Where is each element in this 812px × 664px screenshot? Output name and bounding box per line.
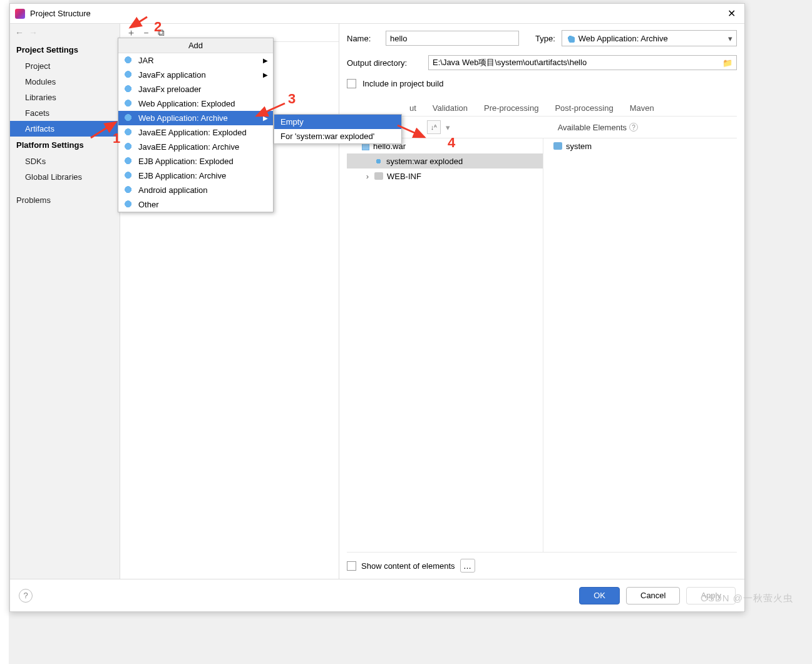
sidebar-item-artifacts[interactable]: Artifacts	[10, 121, 120, 137]
background-editor-strip	[0, 0, 9, 664]
ok-button[interactable]: OK	[579, 587, 620, 604]
close-icon[interactable]: ✕	[724, 8, 739, 19]
menu-item-label: Other	[138, 200, 159, 209]
artifact-type-icon	[125, 200, 133, 209]
add-menu-item[interactable]: JavaFx preloader	[118, 82, 273, 96]
sidebar-section-platform: Platform Settings	[10, 137, 120, 153]
artifact-type-icon	[125, 114, 133, 123]
add-menu-item[interactable]: Web Application: Archive▶	[118, 111, 273, 125]
type-label: Type:	[535, 34, 555, 43]
artifact-icon	[374, 157, 383, 165]
add-artifact-menu: Add JAR▶JavaFx application▶JavaFx preloa…	[118, 38, 274, 212]
sidebar-item-project[interactable]: Project	[10, 58, 120, 74]
more-button[interactable]: …	[460, 559, 475, 573]
back-icon[interactable]: ←	[15, 28, 24, 38]
add-button[interactable]: ＋	[125, 27, 136, 38]
tab-maven[interactable]: Maven	[630, 101, 654, 115]
module-folder-icon	[553, 142, 562, 150]
artifact-editor: Name: Type: Web Application: Archive ▾ O…	[339, 24, 744, 579]
include-build-checkbox[interactable]	[347, 79, 356, 88]
tree-label: system:war exploded	[386, 157, 463, 166]
tab-postprocessing[interactable]: Post-processing	[555, 101, 613, 115]
submenu-item[interactable]: Empty	[274, 115, 401, 129]
artifact-type-icon	[125, 128, 133, 137]
folder-browse-icon[interactable]: 📁	[722, 58, 732, 68]
submenu-item[interactable]: For 'system:war exploded'	[274, 129, 401, 143]
expand-icon[interactable]: ›	[364, 172, 371, 181]
sidebar-item-global-libraries[interactable]: Global Libraries	[10, 169, 120, 185]
intellij-logo-icon	[15, 9, 25, 19]
output-dir-value: E:\Java Web项目\system\out\artifacts\hello	[433, 57, 587, 68]
window-title: Project Structure	[30, 9, 724, 18]
sidebar: ← → Project Settings Project Modules Lib…	[10, 24, 120, 579]
output-layout-tree[interactable]: hello.war system:war exploded › WEB-INF	[347, 138, 543, 552]
sort-chevron-icon[interactable]: ▾	[446, 123, 450, 132]
remove-button[interactable]: －	[140, 27, 152, 38]
sidebar-item-modules[interactable]: Modules	[10, 74, 120, 90]
tab-preprocessing[interactable]: Pre-processing	[484, 101, 538, 115]
sort-button[interactable]: ↓ᴬ	[427, 120, 441, 134]
add-menu-item[interactable]: Android application	[118, 183, 273, 197]
menu-item-label: EJB Application: Archive	[138, 171, 226, 180]
submenu-arrow-icon: ▶	[263, 71, 268, 78]
available-item[interactable]: system	[543, 138, 737, 153]
artifact-type-icon	[125, 56, 133, 65]
add-menu-item[interactable]: JavaEE Application: Archive	[118, 140, 273, 154]
titlebar: Project Structure ✕	[10, 4, 744, 24]
submenu-arrow-icon: ▶	[263, 115, 268, 122]
show-content-checkbox[interactable]	[347, 561, 356, 571]
copy-button[interactable]: ⧉	[155, 27, 167, 38]
add-menu-header: Add	[118, 38, 273, 53]
type-value: Web Application: Archive	[578, 34, 668, 43]
artifact-type-icon	[125, 85, 133, 94]
add-menu-item[interactable]: JAR▶	[118, 53, 273, 68]
forward-icon[interactable]: →	[29, 28, 38, 38]
add-menu-item[interactable]: EJB Application: Archive	[118, 169, 273, 183]
dialog-footer: ? OK Cancel Apply	[10, 579, 744, 611]
cancel-button[interactable]: Cancel	[626, 587, 680, 604]
menu-item-label: JAR	[138, 56, 154, 65]
name-label: Name:	[347, 34, 379, 43]
add-menu-item[interactable]: Web Application: Exploded	[118, 96, 273, 111]
tree-label: WEB-INF	[387, 172, 421, 181]
output-dir-label: Output directory:	[347, 58, 422, 68]
sidebar-item-libraries[interactable]: Libraries	[10, 90, 120, 105]
sidebar-item-problems[interactable]: Problems	[10, 192, 120, 208]
name-input[interactable]	[386, 31, 519, 46]
available-label: system	[566, 142, 592, 151]
output-dir-input[interactable]: E:\Java Web项目\system\out\artifacts\hello…	[428, 55, 737, 70]
artifact-type-icon	[125, 71, 133, 80]
sidebar-item-facets[interactable]: Facets	[10, 105, 120, 121]
available-elements-panel: system	[543, 138, 737, 552]
menu-item-label: JavaEE Application: Archive	[138, 142, 239, 152]
menu-item-label: EJB Application: Exploded	[138, 157, 234, 166]
artifact-type-icon	[125, 143, 133, 152]
tree-row-item: › WEB-INF	[347, 169, 543, 184]
add-menu-item[interactable]: JavaEE Application: Exploded	[118, 125, 273, 140]
layout-footer: Show content of elements …	[347, 552, 737, 579]
artifact-type-icon	[125, 157, 133, 166]
chevron-down-icon: ▾	[728, 34, 732, 43]
menu-item-label: Android application	[138, 185, 208, 195]
layout-toolbar: ↓ᴬ ▾ Available Elements ?	[347, 116, 737, 138]
add-menu-item[interactable]: EJB Application: Exploded	[118, 154, 273, 169]
artifact-type-icon	[125, 172, 133, 180]
submenu-arrow-icon: ▶	[263, 57, 268, 64]
menu-item-label: JavaEE Application: Exploded	[138, 128, 247, 137]
help-hint-icon[interactable]: ?	[629, 123, 638, 132]
show-content-label: Show content of elements	[361, 561, 455, 571]
type-select[interactable]: Web Application: Archive ▾	[562, 30, 737, 46]
add-menu-item[interactable]: JavaFx application▶	[118, 68, 273, 82]
sidebar-section-project: Project Settings	[10, 41, 120, 58]
add-menu-item[interactable]: Other	[118, 197, 273, 212]
available-elements-label: Available Elements	[558, 123, 627, 132]
include-build-label: Include in project build	[362, 79, 443, 88]
menu-item-label: Web Application: Exploded	[138, 99, 235, 108]
artifact-type-icon	[125, 100, 133, 108]
web-archive-icon	[566, 34, 575, 43]
tab-validation[interactable]: Validation	[433, 101, 468, 115]
help-button[interactable]: ?	[19, 589, 33, 603]
sidebar-item-sdks[interactable]: SDKs	[10, 153, 120, 169]
tab-output[interactable]: ut	[409, 101, 416, 115]
submenu-label: For 'system:war exploded'	[280, 132, 374, 141]
